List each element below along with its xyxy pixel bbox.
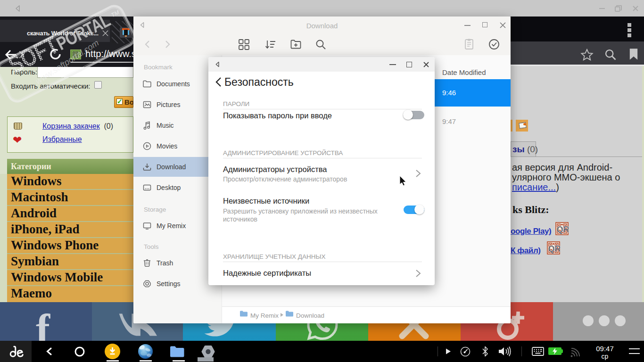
- svg-text:QR: QR: [548, 244, 561, 254]
- svg-text:QR: QR: [557, 225, 569, 234]
